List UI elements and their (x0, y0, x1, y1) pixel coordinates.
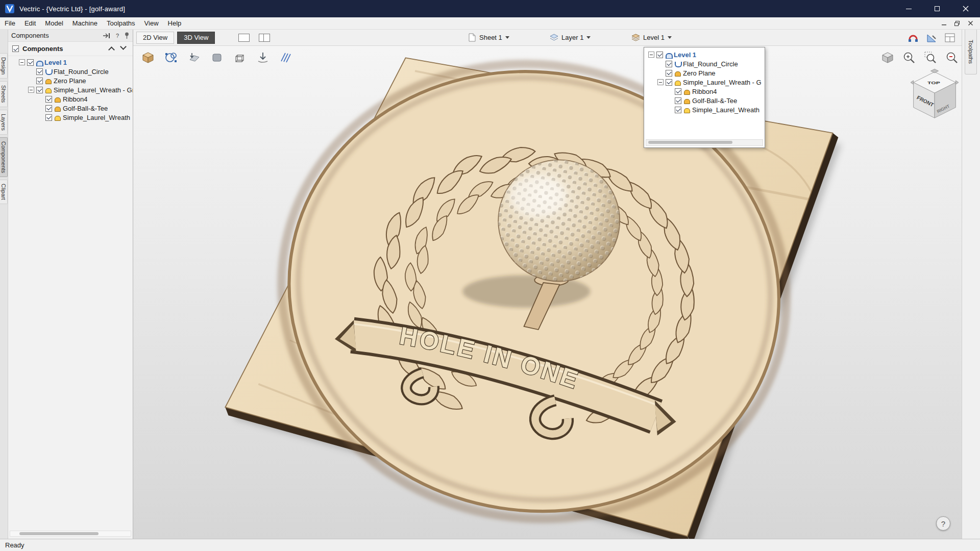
tree-item-ribbon4[interactable]: Ribbon4 (644, 87, 765, 96)
tree-item-golf-ball-tee[interactable]: Golf-Ball-&-Tee (8, 104, 133, 113)
3d-scene-canvas[interactable]: HOLE IN ONE (133, 46, 962, 539)
scrollbar-thumb[interactable] (19, 532, 99, 535)
dock-panel-icon[interactable] (103, 33, 111, 39)
tree-item-zero-plane[interactable]: Zero Plane (644, 68, 765, 78)
minimize-button[interactable] (894, 0, 923, 17)
tree-item-simple-laurel-wreath[interactable]: Simple_Laurel_Wreath (8, 113, 133, 122)
snap-settings-icon[interactable] (908, 32, 919, 43)
components-panel-header: Components ? (8, 30, 133, 42)
components-tree: Level 1 Flat_Round_Circle Zero Plane Sim… (8, 56, 133, 531)
zoom-out-icon[interactable] (945, 51, 959, 64)
document-minimize-button[interactable] (938, 19, 949, 28)
menu-edit[interactable]: Edit (20, 17, 40, 29)
3d-viewport[interactable]: HOLE IN ONE (133, 46, 962, 539)
menu-file[interactable]: File (0, 17, 20, 29)
item-checkbox[interactable] (45, 105, 52, 112)
tree-item-label: Level 1 (44, 59, 67, 66)
close-icon (963, 6, 969, 12)
tree-item-laurel-group[interactable]: Simple_Laurel_Wreath - G (644, 78, 765, 87)
menu-toolpaths[interactable]: Toolpaths (102, 17, 140, 29)
tab-design[interactable]: Design (0, 53, 8, 79)
tree-item-flat-round-circle[interactable]: Flat_Round_Circle (644, 59, 765, 68)
tree-item-level-1[interactable]: Level 1 (8, 58, 133, 67)
group-icon (674, 79, 681, 86)
scrollbar-thumb[interactable] (648, 141, 732, 144)
item-checkbox[interactable] (656, 52, 663, 58)
tree-item-label: Simple_Laurel_Wreath - Gro (54, 86, 133, 94)
components-root-checkbox[interactable] (12, 45, 19, 52)
panel-horizontal-scrollbar[interactable] (10, 531, 131, 537)
maximize-button[interactable] (923, 0, 951, 17)
tab-components[interactable]: Components (0, 137, 8, 177)
tree-item-label: Level 1 (674, 51, 696, 59)
tree-item-ribbon4[interactable]: Ribbon4 (8, 94, 133, 104)
collapse-icon[interactable] (657, 79, 664, 85)
item-checkbox[interactable] (675, 88, 681, 95)
item-checkbox[interactable] (45, 96, 52, 103)
sheet-dropdown[interactable]: Sheet 1 (469, 30, 509, 45)
tree-item-label: Zero Plane (54, 77, 86, 85)
view-toolbar-left (140, 50, 293, 65)
tree-item-simple-laurel-wreath[interactable]: Simple_Laurel_Wreath (644, 105, 765, 114)
zoom-in-icon[interactable] (902, 51, 916, 64)
item-checkbox[interactable] (666, 61, 672, 67)
zoom-box-icon[interactable] (924, 51, 937, 64)
move-down-icon[interactable] (120, 43, 127, 50)
view-cube[interactable]: TOP FRONT RIGHT (911, 68, 959, 122)
drawing-tool-icon[interactable] (926, 32, 937, 43)
bounding-box-button[interactable] (232, 50, 248, 65)
panel-header-title: Components (11, 32, 49, 39)
item-checkbox[interactable] (675, 107, 681, 113)
tab-2d-view[interactable]: 2D View (136, 32, 174, 44)
component-tree-overlay: Level 1 Flat_Round_Circle Zero Plane (644, 47, 765, 148)
tab-clipart[interactable]: Clipart (0, 180, 8, 204)
material-block-button[interactable] (140, 50, 156, 65)
item-checkbox[interactable] (36, 68, 43, 75)
split-pane-layout-button[interactable] (257, 32, 272, 43)
item-checkbox[interactable] (36, 78, 43, 84)
overlay-horizontal-scrollbar[interactable] (646, 139, 763, 146)
document-restore-button[interactable] (951, 19, 963, 28)
plane-tool-button[interactable] (186, 50, 202, 65)
tree-item-laurel-group[interactable]: Simple_Laurel_Wreath - Gro (8, 85, 133, 94)
level-dropdown[interactable]: Level 1 (631, 30, 672, 45)
move-up-icon[interactable] (108, 46, 115, 53)
component-icon (45, 78, 52, 84)
collapse-icon[interactable] (19, 59, 25, 65)
item-checkbox[interactable] (36, 87, 43, 93)
draw-vectors-button[interactable] (163, 50, 179, 65)
help-button[interactable]: ? (936, 516, 950, 531)
status-text: Ready (5, 541, 24, 549)
close-button[interactable] (951, 0, 980, 17)
menu-view[interactable]: View (140, 17, 163, 29)
tab-toolpaths[interactable]: Toolpaths (965, 30, 977, 74)
pin-icon[interactable] (124, 32, 130, 39)
collapse-icon[interactable] (28, 87, 34, 93)
tree-item-zero-plane[interactable]: Zero Plane (8, 76, 133, 85)
single-pane-layout-button[interactable] (236, 32, 252, 43)
tab-layers[interactable]: Layers (0, 110, 8, 135)
drape-button[interactable] (255, 50, 271, 65)
menu-help[interactable]: Help (163, 17, 186, 29)
tree-item-golf-ball-tee[interactable]: Golf-Ball-&-Tee (644, 96, 765, 105)
panel-help-icon[interactable]: ? (114, 32, 120, 39)
tree-item-flat-round-circle[interactable]: Flat_Round_Circle (8, 67, 133, 76)
collapse-icon[interactable] (648, 52, 654, 58)
smooth-region-button[interactable] (209, 50, 225, 65)
maximize-icon (935, 6, 940, 11)
menu-machine[interactable]: Machine (68, 17, 102, 29)
tab-sheets[interactable]: Sheets (0, 81, 8, 107)
item-checkbox[interactable] (666, 70, 672, 77)
item-checkbox[interactable] (45, 114, 52, 121)
document-close-button[interactable] (965, 19, 976, 28)
shaded-view-icon[interactable] (881, 51, 894, 64)
tree-item-level-1[interactable]: Level 1 (644, 50, 765, 59)
window-layout-icon[interactable] (944, 32, 955, 43)
menu-model[interactable]: Model (40, 17, 67, 29)
layer-dropdown[interactable]: Layer 1 (550, 30, 591, 45)
item-checkbox[interactable] (675, 97, 681, 104)
tab-3d-view[interactable]: 3D View (177, 32, 215, 44)
item-checkbox[interactable] (27, 59, 34, 66)
texture-button[interactable] (278, 50, 293, 65)
item-checkbox[interactable] (666, 79, 672, 86)
